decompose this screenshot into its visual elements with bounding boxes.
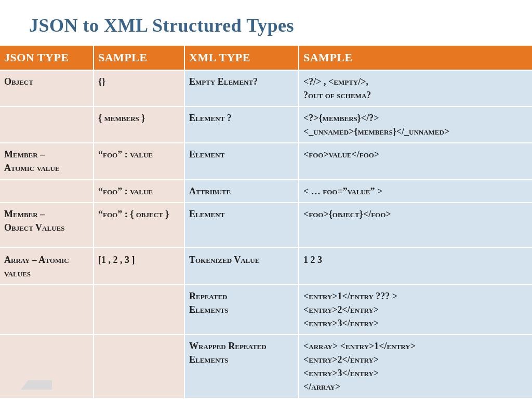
cell-c2: {} [94,70,184,107]
cell-c3: Empty Element? [184,70,299,107]
cell-c4: <foo>value</foo> [299,143,532,179]
cell-c1 [0,285,94,335]
cell-line: <?/> , <empty/>, [303,75,529,88]
cell-line: </array> [303,380,529,393]
cell-c3: Element ? [184,107,299,143]
col-header-xml-type: XML Type [184,46,299,70]
col-header-json-type: JSON Type [0,46,94,70]
cell-line: Array – Atomic [4,253,90,267]
table-row: Member –Object Values“foo” : { object }E… [0,203,532,247]
col-header-xml-sample: Sample [299,46,532,70]
cell-c2: “foo” : value [94,143,184,179]
cell-line: Wrapped Repeated [189,339,295,353]
cell-line: Member – [4,207,90,221]
cell-c4: 1 2 3 [299,247,532,285]
cell-line: <entry>3</entry> [303,366,529,380]
cell-c1: Array – Atomicvalues [0,247,94,285]
table-row: { members }Element ?<?>{members}</?><_un… [0,107,532,143]
cell-line: Object Values [4,221,90,234]
cell-c3: Element [184,203,299,247]
cell-c1: Object [0,70,94,107]
slide: JSON to XML Structured Types JSON Type S… [0,0,532,399]
cell-c4: <array> <entry>1</entry> <entry>2</entry… [299,335,532,397]
cell-c3: Attribute [184,180,299,203]
svg-marker-0 [21,380,52,390]
cell-c4: <foo>{object}</foo> [299,203,532,247]
cell-c2: “foo” : value [94,180,184,203]
cell-c3: Element [184,143,299,179]
cell-line: Elements [189,303,295,316]
table-row: Object{}Empty Element?<?/> , <empty/>,?o… [0,70,532,107]
cell-c4: <?/> , <empty/>,?out of schema? [299,70,532,107]
cell-c3: Tokenized Value [184,247,299,285]
cell-line: <entry>1</entry ??? > [303,289,529,303]
cell-c4: <?>{members}</?><_unnamed>{members}</_un… [299,107,532,143]
table-row: “foo” : valueAttribute< … foo=”value” > [0,180,532,203]
cell-c2 [94,335,184,397]
cell-line: Elements [189,353,295,366]
table-row: Array – Atomicvalues[1 , 2 , 3 ]Tokenize… [0,247,532,285]
cell-c1 [0,180,94,203]
type-mapping-table: JSON Type Sample XML Type Sample Object{… [0,46,532,398]
col-header-json-sample: Sample [94,46,184,70]
footer-decoration [21,380,52,390]
cell-c3: Wrapped RepeatedElements [184,335,299,397]
cell-c4: <entry>1</entry ??? ><entry>2</entry><en… [299,285,532,335]
cell-c2: { members } [94,107,184,143]
cell-c1 [0,107,94,143]
cell-line: Repeated [189,289,295,303]
table-row: Member –Atomic value“foo” : valueElement… [0,143,532,179]
cell-c1: Member –Object Values [0,203,94,247]
cell-line: <entry>3</entry> [303,316,529,330]
cell-line: <entry>2</entry> [303,353,529,366]
cell-c3: RepeatedElements [184,285,299,335]
cell-line: Member – [4,148,90,161]
cell-c4: < … foo=”value” > [299,180,532,203]
cell-line: <?>{members}</?> [303,111,529,125]
table-row: Wrapped RepeatedElements<array> <entry>1… [0,335,532,397]
cell-line: ?out of schema? [303,88,529,102]
cell-c2 [94,285,184,335]
cell-c2: “foo” : { object } [94,203,184,247]
cell-line: <entry>2</entry> [303,303,529,316]
cell-line: <array> <entry>1</entry> [303,339,529,353]
cell-line: values [4,267,90,280]
slide-title: JSON to XML Structured Types [0,0,532,46]
cell-c1: Member –Atomic value [0,143,94,179]
cell-line: <_unnamed>{members}</_unnamed> [303,125,529,138]
cell-line: Atomic value [4,161,90,175]
table-row: RepeatedElements<entry>1</entry ??? ><en… [0,285,532,335]
cell-c2: [1 , 2 , 3 ] [94,247,184,285]
